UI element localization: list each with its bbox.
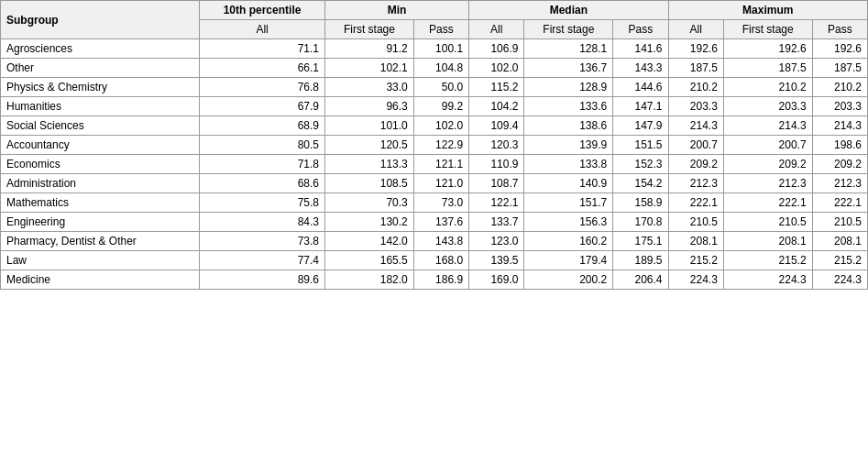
data-cell: 175.1 [613, 232, 668, 251]
data-cell: 212.3 [723, 174, 812, 193]
data-cell: 160.2 [524, 232, 613, 251]
data-cell: 77.4 [200, 251, 325, 270]
data-cell: 101.0 [325, 116, 414, 136]
data-cell: 156.3 [524, 213, 613, 232]
data-cell: 50.0 [413, 78, 468, 97]
subgroup-cell: Economics [1, 155, 200, 174]
data-cell: 210.2 [723, 78, 812, 97]
data-cell: 224.3 [723, 270, 812, 290]
subgroup-cell: Physics & Chemistry [1, 78, 200, 97]
data-cell: 152.3 [613, 155, 668, 174]
data-table: Subgroup 10th percentile Min Median Maxi… [0, 0, 868, 290]
data-cell: 73.8 [200, 232, 325, 251]
table-row: Pharmacy, Dentist & Other73.8142.0143.81… [1, 232, 868, 251]
data-cell: 222.1 [723, 193, 812, 213]
data-cell: 91.2 [325, 39, 414, 59]
data-cell: 75.8 [200, 193, 325, 213]
data-cell: 106.9 [469, 39, 524, 59]
data-cell: 66.1 [200, 59, 325, 78]
data-cell: 208.1 [668, 232, 723, 251]
data-cell: 110.9 [469, 155, 524, 174]
data-cell: 214.3 [668, 116, 723, 136]
data-cell: 73.0 [413, 193, 468, 213]
data-cell: 212.3 [668, 174, 723, 193]
data-cell: 139.9 [524, 136, 613, 155]
subgroup-cell: Agrosciences [1, 39, 200, 59]
data-cell: 187.5 [668, 59, 723, 78]
data-cell: 210.5 [723, 213, 812, 232]
data-cell: 133.6 [524, 97, 613, 116]
data-cell: 209.2 [812, 155, 867, 174]
data-cell: 192.6 [812, 39, 867, 59]
data-cell: 68.6 [200, 174, 325, 193]
data-cell: 189.5 [613, 251, 668, 270]
data-cell: 224.3 [812, 270, 867, 290]
min-fs-subheader: First stage [325, 20, 414, 39]
table-row: Agrosciences71.191.2100.1106.9128.1141.6… [1, 39, 868, 59]
data-cell: 209.2 [723, 155, 812, 174]
data-cell: 209.2 [668, 155, 723, 174]
data-cell: 224.3 [668, 270, 723, 290]
data-cell: 151.5 [613, 136, 668, 155]
table-row: Accountancy80.5120.5122.9120.3139.9151.5… [1, 136, 868, 155]
data-cell: 200.2 [524, 270, 613, 290]
data-cell: 186.9 [413, 270, 468, 290]
med-all-subheader: All [469, 20, 524, 39]
data-cell: 203.3 [668, 97, 723, 116]
data-cell: 210.2 [668, 78, 723, 97]
data-cell: 130.2 [325, 213, 414, 232]
data-cell: 215.2 [812, 251, 867, 270]
data-cell: 122.9 [413, 136, 468, 155]
data-cell: 214.3 [812, 116, 867, 136]
data-cell: 108.7 [469, 174, 524, 193]
data-cell: 198.6 [812, 136, 867, 155]
max-fs-subheader: First stage [723, 20, 812, 39]
data-cell: 120.3 [469, 136, 524, 155]
data-cell: 120.5 [325, 136, 414, 155]
data-cell: 71.8 [200, 155, 325, 174]
median-header: Median [469, 1, 668, 20]
data-cell: 122.1 [469, 193, 524, 213]
data-cell: 206.4 [613, 270, 668, 290]
med-fs-subheader: First stage [524, 20, 613, 39]
data-cell: 210.5 [668, 213, 723, 232]
data-cell: 151.7 [524, 193, 613, 213]
data-cell: 222.1 [812, 193, 867, 213]
data-cell: 123.0 [469, 232, 524, 251]
table-row: Social Sciences68.9101.0102.0109.4138.61… [1, 116, 868, 136]
data-cell: 99.2 [413, 97, 468, 116]
data-cell: 67.9 [200, 97, 325, 116]
subgroup-cell: Engineering [1, 213, 200, 232]
subgroup-cell: Mathematics [1, 193, 200, 213]
table-row: Administration68.6108.5121.0108.7140.915… [1, 174, 868, 193]
data-cell: 182.0 [325, 270, 414, 290]
subgroup-cell: Law [1, 251, 200, 270]
tenth-percentile-header: 10th percentile [200, 1, 325, 20]
data-cell: 144.6 [613, 78, 668, 97]
table-row: Medicine89.6182.0186.9169.0200.2206.4224… [1, 270, 868, 290]
table-row: Humanities67.996.399.2104.2133.6147.1203… [1, 97, 868, 116]
subgroup-cell: Social Sciences [1, 116, 200, 136]
p10-all-subheader: All [200, 20, 325, 39]
data-cell: 165.5 [325, 251, 414, 270]
data-cell: 215.2 [668, 251, 723, 270]
data-cell: 215.2 [723, 251, 812, 270]
data-cell: 222.1 [668, 193, 723, 213]
data-cell: 115.2 [469, 78, 524, 97]
table-row: Engineering84.3130.2137.6133.7156.3170.8… [1, 213, 868, 232]
data-cell: 169.0 [469, 270, 524, 290]
data-cell: 192.6 [723, 39, 812, 59]
data-cell: 139.5 [469, 251, 524, 270]
data-cell: 200.7 [723, 136, 812, 155]
data-cell: 133.8 [524, 155, 613, 174]
table-row: Physics & Chemistry76.833.050.0115.2128.… [1, 78, 868, 97]
data-cell: 102.1 [325, 59, 414, 78]
table-row: Other66.1102.1104.8102.0136.7143.3187.51… [1, 59, 868, 78]
data-cell: 76.8 [200, 78, 325, 97]
data-cell: 113.3 [325, 155, 414, 174]
data-cell: 133.7 [469, 213, 524, 232]
data-cell: 140.9 [524, 174, 613, 193]
min-pass-subheader: Pass [413, 20, 468, 39]
data-cell: 128.1 [524, 39, 613, 59]
data-cell: 168.0 [413, 251, 468, 270]
